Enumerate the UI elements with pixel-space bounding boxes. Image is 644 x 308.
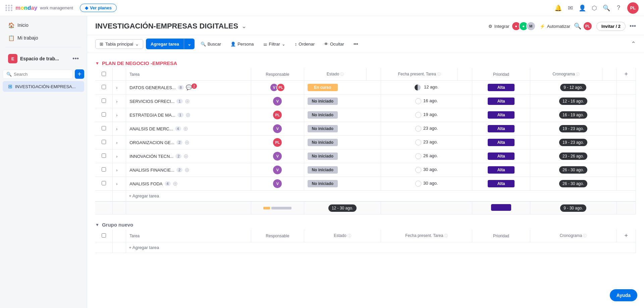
integrar-icon: ⚙: [488, 24, 492, 29]
table-icon: ⊞: [100, 42, 103, 47]
invite-button[interactable]: Invitar / 2: [596, 22, 626, 31]
work-icon: 📋: [8, 35, 15, 41]
tabla-principal-button[interactable]: ⊞ Tabla principal ⌄: [95, 39, 143, 49]
ver-planes-button[interactable]: ◆ Ver planes: [80, 4, 117, 12]
invite-icon[interactable]: 👤: [579, 5, 586, 11]
row-expand[interactable]: ›: [113, 95, 126, 108]
filtrar-action[interactable]: ⚌ Filtrar ⌄: [260, 40, 289, 49]
status-badge: En curso: [308, 84, 338, 91]
notifications-icon[interactable]: 🔔: [555, 5, 561, 11]
row-cronograma[interactable]: 9 - 12 ago.: [530, 81, 616, 95]
sidebar-item-inicio[interactable]: 🏠 Inicio: [3, 19, 84, 31]
automatizar-button[interactable]: ⚡ Automatizar: [540, 24, 570, 29]
search-input-wrap[interactable]: 🔍: [3, 70, 73, 79]
filtrar-chevron: ⌄: [282, 42, 285, 47]
ocultar-action[interactable]: 👁 Ocultar: [321, 40, 347, 49]
table-row: › DATOS GENERALES... 8 💬 2: [95, 81, 636, 95]
add-task-row[interactable]: + Agregar tarea: [95, 191, 636, 202]
row-cronograma[interactable]: 12 - 16 ago.: [530, 95, 616, 108]
automatizar-icon: ⚡: [540, 24, 545, 29]
estado-info-icon[interactable]: ⓘ: [340, 72, 344, 76]
apps-icon[interactable]: ⬡: [591, 5, 598, 11]
help-icon[interactable]: ?: [615, 5, 622, 11]
add-task-dropdown-icon[interactable]: ⌄: [184, 39, 195, 49]
more-toolbar-action[interactable]: •••: [350, 40, 362, 49]
table-row: › INNOVACIÓN TECN... 2 ⊕ V No iniciado 2: [95, 149, 636, 163]
header-fecha: Fecha present. Tareaⓘ: [381, 68, 458, 81]
header-cronograma: Cronogramaⓘ: [530, 68, 602, 81]
board-item[interactable]: ⊞ INVESTIGACIÓN-EMPRESA...: [3, 81, 84, 92]
select-all-checkbox[interactable]: [102, 72, 106, 76]
header-expand: [113, 68, 126, 81]
user-avatar[interactable]: PL: [627, 2, 639, 14]
chat-badge: 2: [192, 83, 197, 89]
header-add-col[interactable]: +: [616, 68, 636, 81]
group-nuevo: ▼ Grupo nuevo: [95, 220, 636, 253]
help-button[interactable]: Ayuda: [610, 289, 637, 301]
header-estado: Estadoⓘ: [304, 68, 366, 81]
row-responsable[interactable]: V: [251, 95, 304, 108]
board-title-chevron-icon[interactable]: ⌄: [241, 22, 247, 30]
cronograma-badge: 9 - 12 ago.: [560, 84, 586, 91]
header-checkbox[interactable]: [95, 68, 113, 81]
row-checkbox[interactable]: [95, 81, 113, 95]
integrar-button[interactable]: ⚙ Integrar ● ● M: [488, 21, 536, 31]
table-row: › ANALSIS DE MERC... 4 ⊕ V No iniciado 2: [95, 122, 636, 136]
search-icon[interactable]: 🔍: [603, 5, 610, 11]
chat-icon[interactable]: 💬: [186, 84, 192, 90]
agregar-tarea-button[interactable]: Agregar tarea ⌄: [146, 39, 195, 49]
workspace-header[interactable]: E Espacio de trab... •••: [3, 51, 84, 66]
ordenar-icon: ↕: [295, 42, 297, 47]
row-estado[interactable]: En curso: [304, 81, 381, 95]
header-search-icon[interactable]: 🔍: [574, 23, 581, 29]
summary-date-badge: 12 - 30 ago.: [328, 204, 357, 212]
table-chevron-icon: ⌄: [135, 42, 139, 47]
row-task-name[interactable]: DATOS GENERALES... 8 💬 2: [126, 81, 251, 95]
search-row: 🔍 +: [3, 69, 84, 79]
workspace-icon: E: [8, 54, 17, 63]
logo-area[interactable]: monday work management: [5, 5, 73, 11]
logo-subtitle: work management: [40, 6, 73, 10]
group2-add-task-label[interactable]: + Agregar tarea: [126, 242, 636, 253]
row-responsable[interactable]: V PL: [251, 81, 304, 95]
sidebar-item-mi-trabajo[interactable]: 📋 Mi trabajo: [3, 32, 84, 44]
toolbar-expand-icon[interactable]: ⌃: [631, 40, 636, 48]
table-row: › SERVICIOS OFRECI... 1 ⊕ V No iniciado: [95, 95, 636, 108]
inbox-icon[interactable]: ✉: [567, 5, 574, 11]
apps-grid-icon[interactable]: [5, 5, 13, 11]
summary-row: 12 - 30 ago. 9 - 30 ago.: [95, 201, 636, 214]
table-row: › ANALISIS FINANCIE... 2 ⊕ V No iniciado: [95, 163, 636, 177]
ordenar-action[interactable]: ↕ Ordenar: [291, 40, 318, 49]
row-checkbox[interactable]: [95, 95, 113, 108]
persona-action[interactable]: 👤 Persona: [227, 40, 257, 49]
row-fecha[interactable]: 12 ago.: [381, 81, 472, 95]
cron-info-icon[interactable]: ⓘ: [576, 72, 580, 76]
row-prioridad[interactable]: Alta: [472, 95, 530, 108]
search-input[interactable]: [14, 72, 69, 77]
status-bar-orange: [263, 207, 270, 209]
row-prioridad[interactable]: Alta: [472, 81, 530, 95]
table-container[interactable]: ▼ PLAN DE NEGOCIO -EMPRESA: [87, 53, 644, 308]
add-task-label[interactable]: + Agregar tarea: [126, 191, 636, 202]
buscar-action[interactable]: 🔍 Buscar: [197, 40, 224, 49]
row-expand[interactable]: ›: [113, 81, 126, 95]
row-estado[interactable]: No iniciado: [304, 95, 381, 108]
fecha-info-icon[interactable]: ⓘ: [437, 72, 441, 76]
header-more-icon[interactable]: •••: [630, 23, 636, 30]
logo-text: monday: [15, 5, 37, 11]
table-row: › ORGANIZACION GE... 2 ⊕ PL No iniciado: [95, 136, 636, 149]
group-new-header[interactable]: ▼ Grupo nuevo: [95, 220, 636, 230]
group-new-title: Grupo nuevo: [102, 222, 133, 228]
workspace-more-icon[interactable]: •••: [72, 55, 79, 62]
group-plan-negocio: ▼ PLAN DE NEGOCIO -EMPRESA: [95, 58, 636, 214]
group-header-plan[interactable]: ▼ PLAN DE NEGOCIO -EMPRESA: [95, 58, 636, 68]
group-new-chevron-icon: ▼: [95, 223, 99, 227]
row-fecha[interactable]: 16 ago.: [381, 95, 472, 108]
group2-add-task-row[interactable]: + Agregar tarea: [95, 242, 636, 253]
persona-icon: 👤: [230, 42, 236, 47]
group-chevron-icon: ▼: [95, 61, 99, 66]
add-subtask-icon[interactable]: ⊕: [185, 98, 190, 105]
row-task-name[interactable]: SERVICIOS OFRECI... 1 ⊕: [126, 95, 251, 108]
board-icon: ⊞: [8, 83, 12, 89]
add-board-button[interactable]: +: [75, 69, 84, 79]
